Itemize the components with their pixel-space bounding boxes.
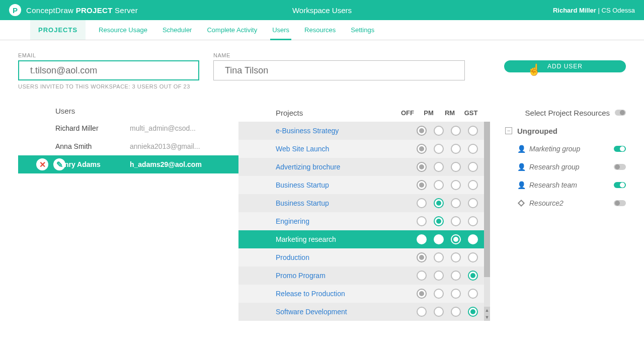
- role-radio[interactable]: [468, 198, 478, 208]
- nav-resource-usage[interactable]: Resource Usage: [97, 20, 149, 40]
- project-row[interactable]: Business Startup: [238, 176, 490, 194]
- role-radio[interactable]: [434, 162, 444, 172]
- project-name: Web Site Launch: [276, 145, 417, 153]
- project-row[interactable]: Business Startup: [238, 194, 490, 212]
- role-radio[interactable]: [468, 289, 478, 299]
- resource-toggle[interactable]: [614, 146, 626, 152]
- role-radio[interactable]: [434, 180, 444, 190]
- role-rm: RM: [443, 109, 457, 117]
- users-column: Users Richard Miller multi_admin@csod...…: [18, 104, 238, 321]
- role-radio[interactable]: [434, 144, 444, 154]
- role-radio[interactable]: [434, 271, 444, 281]
- project-role-radios: [417, 180, 478, 190]
- role-radio[interactable]: [417, 252, 427, 262]
- scroll-thumb[interactable]: [484, 122, 490, 277]
- project-row[interactable]: Promo Program: [238, 266, 490, 285]
- resources-title: Select Project Resources: [525, 109, 610, 117]
- role-radio[interactable]: [434, 234, 444, 244]
- project-name: Software Development: [276, 308, 417, 316]
- nav-users[interactable]: Users: [270, 20, 291, 40]
- role-radio[interactable]: [468, 180, 478, 190]
- user-row[interactable]: Anna Smith annieka2013@gmail...: [18, 137, 238, 155]
- nav-resources[interactable]: Resources: [302, 20, 338, 40]
- project-name: Enginering: [276, 217, 417, 225]
- role-radio[interactable]: [417, 234, 427, 244]
- role-radio[interactable]: [468, 126, 478, 136]
- role-radio[interactable]: [434, 289, 444, 299]
- nav-settings[interactable]: Settings: [349, 20, 376, 40]
- user-row[interactable]: Richard Miller multi_admin@csod...: [18, 119, 238, 137]
- role-radio[interactable]: [468, 234, 478, 244]
- role-radio[interactable]: [468, 216, 478, 226]
- role-radio[interactable]: [417, 216, 427, 226]
- brand-part-bold: PROJECT: [76, 6, 113, 15]
- role-radio[interactable]: [451, 198, 461, 208]
- role-radio[interactable]: [417, 307, 427, 317]
- role-radio[interactable]: [417, 180, 427, 190]
- role-radio[interactable]: [434, 216, 444, 226]
- project-row[interactable]: Release to Production: [238, 285, 490, 303]
- add-user-button[interactable]: ADD USER: [504, 60, 626, 72]
- role-radio[interactable]: [451, 252, 461, 262]
- nav-complete-activity[interactable]: Complete Activity: [205, 20, 259, 40]
- nav-scheduler[interactable]: Scheduler: [160, 20, 194, 40]
- role-radio[interactable]: [417, 289, 427, 299]
- collapse-icon[interactable]: −: [505, 127, 512, 134]
- role-radio[interactable]: [468, 162, 478, 172]
- role-radio[interactable]: [434, 126, 444, 136]
- role-radio[interactable]: [417, 126, 427, 136]
- role-radio[interactable]: [451, 126, 461, 136]
- resource-group-row[interactable]: − Ungrouped: [505, 122, 626, 140]
- role-radio[interactable]: [468, 252, 478, 262]
- resource-item: 👤Marketing group: [505, 140, 626, 158]
- email-input[interactable]: [18, 60, 199, 80]
- role-radio[interactable]: [468, 144, 478, 154]
- role-radio[interactable]: [451, 289, 461, 299]
- projects-scrollbar[interactable]: ▲ ▼: [484, 122, 490, 321]
- role-radio[interactable]: [468, 271, 478, 281]
- resource-toggle[interactable]: [614, 164, 626, 170]
- project-row[interactable]: Web Site Launch: [238, 140, 490, 158]
- add-user-wrap: ADD USER ☝: [504, 60, 626, 72]
- resources-master-toggle[interactable]: [615, 110, 626, 116]
- role-radio[interactable]: [434, 307, 444, 317]
- project-role-radios: [417, 126, 478, 136]
- name-label: NAME: [213, 52, 465, 58]
- project-name: Advertizing brochure: [276, 163, 417, 171]
- name-input[interactable]: [213, 60, 465, 80]
- user-row-selected[interactable]: ✕ ✎ Henry Adams h_adams29@aol.com: [18, 155, 238, 173]
- project-row[interactable]: Marketing research: [238, 230, 490, 248]
- project-row[interactable]: Production: [238, 248, 490, 266]
- project-row[interactable]: Advertizing brochure: [238, 158, 490, 176]
- role-radio[interactable]: [417, 162, 427, 172]
- edit-user-button[interactable]: ✎: [53, 158, 65, 170]
- role-radio[interactable]: [451, 234, 461, 244]
- role-radio[interactable]: [468, 307, 478, 317]
- role-radio[interactable]: [451, 216, 461, 226]
- resource-toggle[interactable]: [614, 182, 626, 188]
- nav-projects[interactable]: PROJECTS: [30, 20, 86, 40]
- role-radio[interactable]: [417, 198, 427, 208]
- role-radio[interactable]: [417, 144, 427, 154]
- role-radio[interactable]: [451, 144, 461, 154]
- project-row[interactable]: Enginering: [238, 212, 490, 230]
- role-radio[interactable]: [451, 307, 461, 317]
- project-row[interactable]: Software Development: [238, 303, 490, 321]
- name-field-wrap: NAME: [213, 52, 465, 80]
- project-name: e-Business Strategy: [276, 127, 417, 135]
- role-radio[interactable]: [417, 271, 427, 281]
- scroll-up-icon[interactable]: ▲: [484, 307, 490, 314]
- header-user[interactable]: Richard Miller | CS Odessa: [553, 7, 635, 14]
- top-bar: P ConceptDraw PROJECT Server Workspace U…: [0, 0, 644, 20]
- project-row[interactable]: e-Business Strategy: [238, 122, 490, 140]
- person-icon: 👤: [517, 163, 525, 171]
- role-radio[interactable]: [434, 252, 444, 262]
- scroll-down-icon[interactable]: ▼: [484, 314, 490, 321]
- workspace-grid: Users Richard Miller multi_admin@csod...…: [18, 104, 626, 321]
- role-radio[interactable]: [451, 162, 461, 172]
- role-radio[interactable]: [451, 180, 461, 190]
- resource-toggle[interactable]: [614, 200, 626, 206]
- role-radio[interactable]: [451, 271, 461, 281]
- role-radio[interactable]: [434, 198, 444, 208]
- delete-user-button[interactable]: ✕: [36, 158, 48, 170]
